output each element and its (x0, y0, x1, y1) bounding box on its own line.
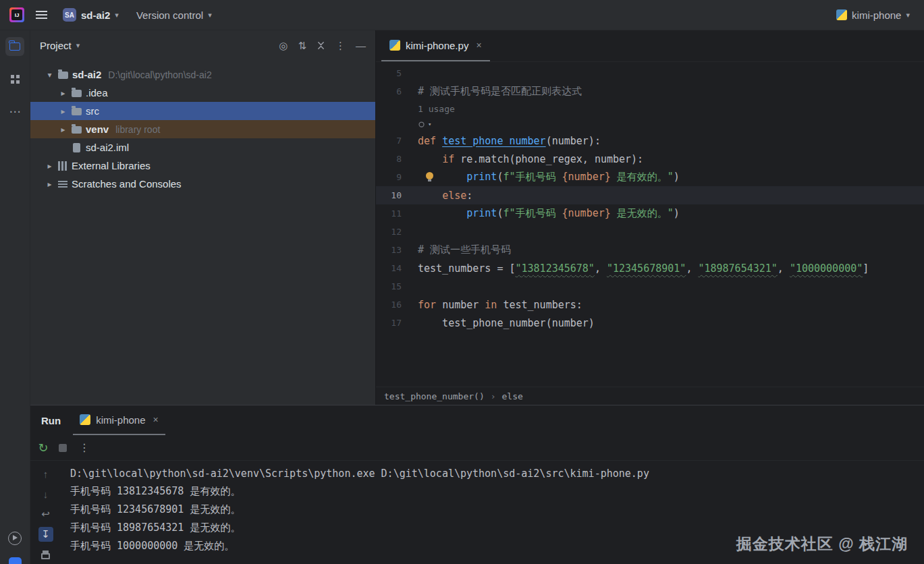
run-panel: Run kimi-phone × ↻ ⋮ ↑ ↓ ↩ (30, 405, 924, 564)
code-line-8: 8 if re.match(phone_regex, number): (376, 150, 924, 168)
chevron-down-icon: ▾ (208, 11, 212, 19)
chevron-right-icon[interactable]: ▸ (59, 107, 67, 115)
code-line-7: 7def test_phone_number(number): (376, 132, 924, 150)
line-number[interactable]: 16 (376, 300, 411, 310)
python-icon (836, 9, 847, 20)
code-line-6: 6# 测试手机号码是否匹配正则表达式 (376, 82, 924, 101)
code-line-16: 16for number in test_numbers: (376, 295, 924, 314)
left-toolwindow-stripe: ⋯ (0, 30, 30, 564)
line-number[interactable]: 9 (376, 172, 411, 182)
line-number[interactable]: 11 (376, 208, 411, 219)
scroll-up-button[interactable]: ↑ (38, 466, 53, 481)
file-icon (73, 143, 80, 152)
breadcrumb-item[interactable]: test_phone_number() (384, 391, 485, 401)
play-circle-icon (8, 532, 22, 545)
project-panel-title[interactable]: Project (40, 40, 72, 51)
bottom-blue-badge[interactable] (9, 557, 22, 564)
soft-wrap-button[interactable]: ↩ (38, 507, 53, 521)
structure-toolwindow-button[interactable] (5, 69, 24, 88)
hide-panel-icon[interactable]: — (356, 40, 366, 51)
line-number[interactable]: 13 (376, 245, 411, 255)
code-line-11: 11 print(f"手机号码 {number} 是无效的。") (376, 204, 924, 223)
project-toolwindow-button[interactable] (5, 37, 24, 56)
line-number[interactable]: 17 (376, 318, 411, 328)
scroll-to-end-button[interactable]: ↧ (38, 527, 53, 542)
code-text: print(f"手机号码 {number} 是无效的。") (418, 207, 680, 220)
inlay-action[interactable]: ▾ (376, 117, 924, 132)
run-toolwindow-button[interactable] (5, 529, 24, 548)
code-text: def test_phone_number(number): (418, 135, 601, 147)
run-config-widget[interactable]: kimi-phone ▾ (832, 7, 915, 24)
breadcrumb-item[interactable]: else (502, 391, 523, 401)
line-number[interactable]: 10 (376, 190, 411, 200)
vcs-widget[interactable]: Version control ▾ (132, 7, 217, 24)
tree-item-scratches-and-consoles[interactable]: ▸Scratches and Consoles (30, 175, 375, 193)
line-number[interactable]: 5 (376, 68, 411, 78)
code-line-14: 14test_numbers = ["13812345678", "123456… (376, 259, 924, 277)
chevron-right-icon[interactable]: ▸ (59, 125, 67, 134)
run-panel-title[interactable]: Run (41, 405, 61, 435)
line-number[interactable]: 14 (376, 263, 411, 273)
console-toolbar: ↑ ↓ ↩ ↧ (30, 461, 61, 564)
scratches-icon (58, 179, 67, 189)
line-number[interactable]: 6 (376, 86, 411, 96)
inlay-action-icon (418, 121, 425, 128)
code-line-9: 9 print(f"手机号码 {number} 是有效的。") (376, 168, 924, 186)
python-icon (80, 414, 90, 425)
stop-button[interactable] (59, 444, 67, 452)
line-number[interactable]: 15 (376, 281, 411, 291)
collapse-all-icon[interactable] (317, 41, 325, 50)
run-panel-header: Run kimi-phone × (30, 405, 924, 435)
chevron-right-icon[interactable]: ▸ (45, 180, 54, 188)
tree-item-external-libraries[interactable]: ▸External Libraries (30, 157, 375, 175)
rerun-button[interactable]: ↻ (37, 442, 49, 454)
more-toolwindows-button[interactable]: ⋯ (5, 102, 24, 121)
tree-item-label: .idea (86, 87, 108, 98)
main-menu-button[interactable] (32, 6, 50, 24)
close-icon[interactable]: × (476, 40, 481, 50)
locate-file-icon[interactable]: ◎ (279, 40, 288, 51)
run-tab[interactable]: kimi-phone × (73, 405, 165, 435)
tree-item--idea[interactable]: ▸.idea (30, 84, 375, 102)
project-panel-header: Project ▾ ◎ ⇅ ⋮ — (30, 30, 375, 60)
project-panel: Project ▾ ◎ ⇅ ⋮ — ▾sd-ai2D:\git\local\ (30, 30, 376, 405)
chevron-right-icon[interactable]: ▸ (45, 162, 54, 170)
code-line-12: 12 (376, 223, 924, 241)
expand-all-icon[interactable]: ⇅ (298, 40, 306, 51)
code-text: # 测试一些手机号码 (418, 244, 511, 256)
tree-item-label: sd-ai2 (72, 69, 101, 80)
close-icon[interactable]: × (153, 415, 159, 424)
more-options-icon[interactable]: ⋮ (335, 40, 346, 51)
project-widget-label: sd-ai2 (81, 9, 110, 21)
tree-item-sd-ai2-iml[interactable]: sd-ai2.iml (30, 138, 375, 157)
code-area[interactable]: 56# 测试手机号码是否匹配正则表达式1 usage▾7def test_pho… (376, 62, 924, 387)
scroll-down-button[interactable]: ↓ (38, 486, 53, 501)
folder-icon (72, 90, 82, 97)
code-text: for number in test_numbers: (418, 299, 582, 311)
watermark: 掘金技术社区 @ 栈江湖 (736, 534, 908, 555)
tree-item-sd-ai2[interactable]: ▾sd-ai2D:\git\local\python\sd-ai2 (30, 65, 375, 84)
code-text: # 测试手机号码是否匹配正则表达式 (418, 85, 582, 98)
intention-bulb-icon[interactable] (426, 172, 433, 179)
line-number[interactable]: 8 (376, 154, 411, 164)
tree-item-hint: library root (115, 124, 160, 135)
usages-inlay[interactable]: 1 usage (376, 101, 924, 117)
intellij-logo[interactable]: IJ (9, 7, 24, 22)
line-number[interactable]: 12 (376, 227, 411, 237)
tree-item-venv[interactable]: ▸venvlibrary root (30, 120, 375, 138)
chevron-down-icon[interactable]: ▾ (45, 71, 54, 79)
line-number[interactable]: 7 (376, 136, 411, 146)
project-widget[interactable]: SA sd-ai2 ▾ (58, 5, 124, 24)
main-toolbar: IJ SA sd-ai2 ▾ Version control ▾ kimi-ph… (0, 0, 924, 30)
chevron-down-icon: ▾ (115, 11, 119, 19)
editor-tab[interactable]: kimi-phone.py × (381, 30, 490, 61)
project-avatar: SA (63, 8, 76, 22)
code-text: else: (418, 190, 472, 202)
tree-item-src[interactable]: ▸src (30, 102, 375, 120)
chevron-right-icon[interactable]: ▸ (59, 89, 67, 97)
code-line-17: 17 test_phone_number(number) (376, 314, 924, 332)
more-options-icon[interactable]: ⋮ (76, 443, 92, 453)
editor: kimi-phone.py × 56# 测试手机号码是否匹配正则表达式1 usa… (376, 30, 924, 405)
print-button[interactable] (38, 547, 53, 562)
project-tree: ▾sd-ai2D:\git\local\python\sd-ai2▸.idea▸… (30, 60, 375, 405)
